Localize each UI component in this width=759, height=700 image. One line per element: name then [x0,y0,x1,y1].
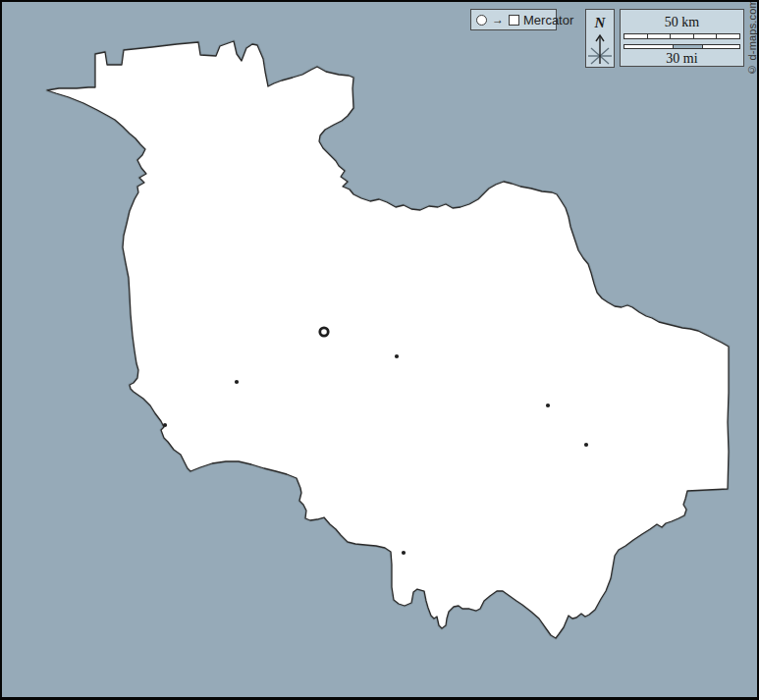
scale-km-label: 50 km [665,16,699,29]
capital-city-marker [320,328,328,336]
region-outline-map [0,0,759,700]
projection-legend: → Mercator [470,9,557,30]
compass-rose-icon [585,31,615,67]
city-dot [584,443,588,447]
globe-circle-icon [476,15,487,26]
compass-box: N [585,9,615,68]
scale-bar-mi [623,44,740,50]
city-dot [395,354,399,358]
region-land [47,41,729,638]
map-canvas: → Mercator N 50 km 30 mi © d-maps.com [0,0,759,700]
north-label: N [595,16,606,30]
scale-bar-box: 50 km 30 mi [620,9,744,67]
city-dot [402,551,406,555]
projection-label: Mercator [523,13,573,27]
scale-bar-km [623,33,740,39]
arrow-right-icon: → [492,14,504,26]
city-dot [163,423,167,427]
dmaps-credit: © d-maps.com [745,6,759,69]
city-dot [235,380,239,384]
city-dot [546,404,550,407]
scale-mi-label: 30 mi [666,52,697,66]
flat-square-icon [509,15,519,26]
